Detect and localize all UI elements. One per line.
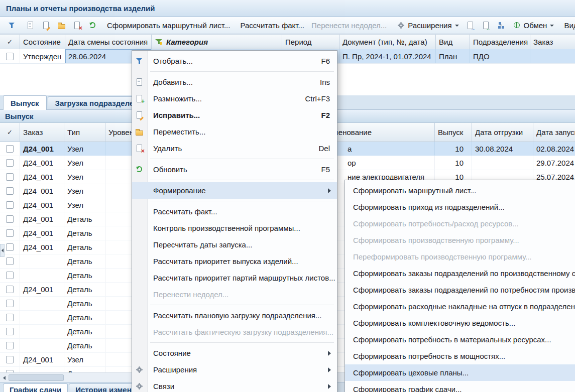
submenu-item[interactable]: Сформировать график сдачи... <box>345 381 575 392</box>
row-checkbox[interactable] <box>6 215 14 223</box>
submenu-item[interactable]: Сформировать комплектовочную ведомость..… <box>345 315 575 331</box>
cell-type: Деталь <box>64 226 105 240</box>
row-checkbox[interactable] <box>6 243 14 251</box>
cell-order: Д24_001 <box>20 156 64 170</box>
row-checkbox[interactable] <box>6 328 14 335</box>
toolbar-item[interactable]: Обмен <box>509 19 558 32</box>
row-checkbox[interactable] <box>6 201 14 209</box>
row-checkbox[interactable] <box>6 187 14 195</box>
menu-item[interactable]: Рассчитать приоритет выпуска изделий... <box>132 253 337 270</box>
menu-item[interactable]: Рассчитать приоритет партий маршрутных л… <box>132 270 337 286</box>
menu-item[interactable]: Исправить...F2 <box>132 107 337 123</box>
submenu-item[interactable]: Переформировать производственную програм… <box>345 248 575 265</box>
doc-delete-icon <box>73 21 81 30</box>
toolbar-item[interactable]: Рассчитать факт... <box>237 19 308 32</box>
doc-new-icon <box>135 78 144 86</box>
hierarchy-icon <box>497 21 506 30</box>
main-toolbar: Сформировать маршрутный лист... Рассчита… <box>0 17 575 34</box>
menu-item[interactable]: Рассчитать плановую загрузку подразделен… <box>132 307 337 324</box>
submenu-item[interactable]: Сформировать заказы подразделений по пот… <box>345 282 575 298</box>
menu-item[interactable]: ОбновитьF5 <box>132 161 337 178</box>
cell-type: Деталь <box>64 325 105 338</box>
submenu-item[interactable]: Сформировать потребность в мощностях... <box>345 348 575 364</box>
row-checkbox[interactable] <box>6 173 14 181</box>
column-header-launch-date[interactable]: Дата запуска <box>533 123 575 142</box>
menu-item[interactable]: Размножить...Ctrl+F3 <box>132 90 337 107</box>
submenu-item[interactable]: Сформировать производственную программу.… <box>345 232 575 248</box>
tab-vypusk[interactable]: Выпуск <box>3 95 47 110</box>
toolbar-item[interactable] <box>54 19 69 32</box>
scrollbar-thumb[interactable] <box>9 374 64 381</box>
row-checkbox[interactable] <box>6 229 14 237</box>
column-header-check[interactable]: ✓ <box>0 123 20 142</box>
toolbar-item-label: Расширения <box>408 21 451 30</box>
column-header-period[interactable]: Период <box>282 35 339 50</box>
row-checkbox[interactable] <box>6 342 14 349</box>
submenu-item[interactable]: Сформировать потребность/расход ресурсов… <box>345 215 575 232</box>
row-checkbox[interactable] <box>6 145 14 153</box>
column-header-category[interactable]: Категория <box>152 35 282 50</box>
menu-item[interactable]: Состояние <box>132 345 337 361</box>
menu-item[interactable]: Формирование <box>132 182 337 199</box>
row-checkbox[interactable] <box>6 257 14 265</box>
submenu-item[interactable]: Сформировать заказы подразделений по про… <box>345 265 575 282</box>
scroll-left-arrow-icon[interactable] <box>0 373 9 382</box>
submenu-item[interactable]: Сформировать расходные накладные на отпу… <box>345 298 575 315</box>
menu-item[interactable]: Контроль производственной программы... <box>132 220 337 236</box>
page-title: Планы и отчеты производства изделий <box>6 4 155 13</box>
toolbar-item[interactable] <box>85 19 100 32</box>
cell-type: Узел <box>64 353 105 366</box>
menu-item[interactable]: Расширения <box>132 361 337 378</box>
menu-item[interactable]: Связи <box>132 378 337 392</box>
submenu-item[interactable]: Сформировать потребность в материальных … <box>345 331 575 348</box>
toolbar-item[interactable] <box>494 19 509 32</box>
cell-type: Деталь <box>64 212 105 226</box>
toolbar-item[interactable] <box>38 19 54 32</box>
column-header-document[interactable]: Документ (тип, №, дата) <box>339 35 436 50</box>
column-header-ship-date[interactable]: Дата отгрузки <box>472 123 533 142</box>
menu-item[interactable]: УдалитьDel <box>132 140 337 157</box>
menu-item[interactable]: Рассчитать фактическую загрузку подразде… <box>132 324 337 340</box>
menu-item[interactable]: Переместить... <box>132 123 337 140</box>
submenu-item[interactable]: Сформировать маршрутный лист... <box>345 182 575 199</box>
column-header-state[interactable]: Состояние <box>20 35 65 50</box>
collapse-panel-arrow-icon[interactable] <box>0 244 5 257</box>
toolbar-item[interactable] <box>478 19 494 32</box>
toolbar-item[interactable] <box>69 19 85 32</box>
cell-check <box>0 142 20 156</box>
row-checkbox[interactable] <box>6 286 14 293</box>
column-header-qty[interactable]: Выпуск <box>435 123 472 142</box>
cell-type: Деталь <box>64 254 105 268</box>
formirovanie-submenu: Сформировать маршрутный лист... Сформиро… <box>344 180 575 392</box>
menu-item[interactable]: Добавить...Ins <box>132 74 337 90</box>
row-checkbox[interactable] <box>6 272 14 279</box>
row-checkbox[interactable] <box>6 300 14 307</box>
toolbar-item[interactable] <box>23 19 38 32</box>
column-header-order[interactable]: Заказ <box>530 35 575 50</box>
column-header-division[interactable]: Подразделения <box>470 35 530 50</box>
toolbar-item[interactable]: Сформировать маршрутный лист... <box>103 19 234 32</box>
toolbar-item[interactable]: Вид <box>560 19 575 32</box>
row-checkbox[interactable] <box>6 53 14 60</box>
menu-item[interactable]: Пересчитать даты запуска... <box>132 236 337 253</box>
toolbar-item[interactable] <box>463 19 478 32</box>
column-header-kind[interactable]: Вид <box>436 35 470 50</box>
column-header-type[interactable]: Тип <box>64 123 105 142</box>
tab-grafik-sdachi[interactable]: График сдачи <box>3 383 68 392</box>
menu-item[interactable]: Рассчитать факт... <box>132 203 337 220</box>
menu-item[interactable]: Перенести недодел... <box>132 286 337 303</box>
column-header-state-date[interactable]: Дата смены состояния <box>65 35 152 50</box>
toolbar-item[interactable] <box>4 19 20 32</box>
menu-item[interactable]: Отобрать...F6 <box>132 53 337 69</box>
cell-type: Узел <box>64 170 105 184</box>
submenu-item[interactable]: Сформировать приход из подразделений... <box>345 199 575 215</box>
row-checkbox[interactable] <box>6 159 14 167</box>
separator <box>132 157 337 161</box>
toolbar-item[interactable]: Перенести недодел... <box>308 19 390 32</box>
row-checkbox[interactable] <box>6 314 14 321</box>
toolbar-item[interactable]: Расширения <box>393 19 462 32</box>
column-header-check[interactable]: ✓ <box>0 35 20 50</box>
row-checkbox[interactable] <box>6 356 14 363</box>
submenu-item[interactable]: Сформировать цеховые планы... <box>345 364 575 381</box>
column-header-order[interactable]: Заказ <box>20 123 64 142</box>
